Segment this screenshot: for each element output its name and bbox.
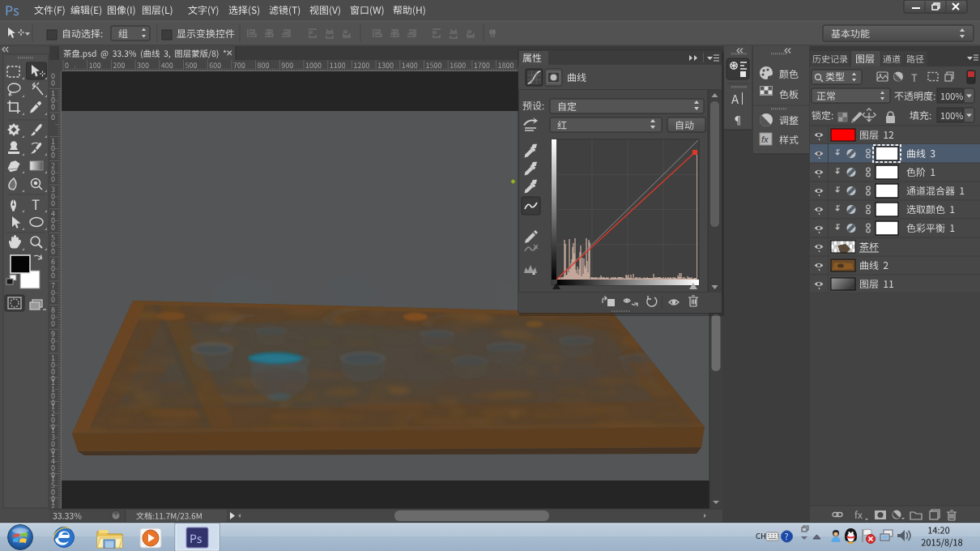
svg-text:fx: fx [761,135,769,144]
